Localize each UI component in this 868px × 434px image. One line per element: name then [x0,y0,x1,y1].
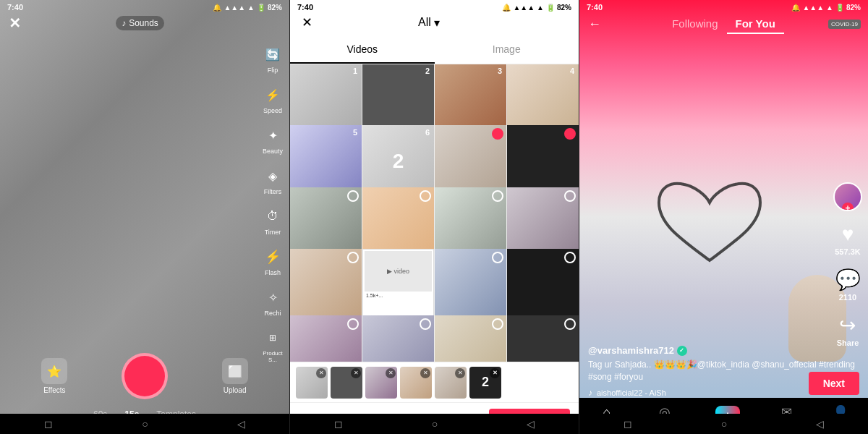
item-check[interactable] [564,190,576,202]
effects-button[interactable]: ⭐ Effects [41,358,67,394]
wifi-icon: ▲ [247,4,255,12]
gallery-item[interactable]: 5 [290,125,362,197]
gallery-tabs: Videos Image [290,36,579,64]
android-back-btn-g[interactable]: ◻ [334,418,343,430]
remove-thumb-btn[interactable]: ✕ [490,368,500,378]
remove-thumb-btn[interactable]: ✕ [316,368,326,378]
gallery-item[interactable] [435,249,506,320]
close-camera-button[interactable]: ✕ [9,14,21,32]
share-action[interactable]: ↪ Share [837,313,859,347]
android-recent-btn-t[interactable]: ◁ [816,418,824,430]
item-check[interactable] [492,190,503,202]
gallery-item[interactable] [435,187,506,259]
gallery-item[interactable]: 3 [435,64,506,135]
gallery-item[interactable]: 6 2 [362,125,434,197]
android-recent-btn-g[interactable]: ◁ [527,418,535,430]
android-nav-tiktok: ◻ ○ ◁ [579,414,868,434]
android-recent-btn[interactable]: ◁ [237,418,245,430]
rechi-tool[interactable]: ✧ Rechi [262,286,284,317]
close-gallery-button[interactable]: ✕ [302,14,312,30]
gallery-item[interactable] [290,249,362,320]
item-check[interactable] [347,190,359,202]
gallery-header: ✕ All ▾ [290,14,579,30]
speed-tool[interactable]: ⚡ Speed [262,84,284,114]
battery-icon: 🔋 [257,4,265,12]
item-check[interactable] [347,252,359,263]
selected-thumb[interactable]: ✕ [365,367,397,399]
gallery-item[interactable]: 4 [507,64,579,135]
flash-tool[interactable]: ⚡ Flash [262,246,284,276]
flip-label: Flip [268,67,278,74]
android-back-btn-t[interactable]: ◻ [624,418,632,430]
selected-thumb[interactable]: ✕ [296,367,328,399]
beauty-tool[interactable]: ✦ Beauty [262,124,284,155]
item-check[interactable] [564,128,576,140]
filters-icon: ◈ [262,165,284,187]
timer-tool[interactable]: ⏱ Timer [262,205,284,236]
gallery-item[interactable] [507,125,579,197]
creator-username[interactable]: @varshamishra712 ✓ [588,345,859,356]
item-check[interactable] [564,318,576,330]
battery-pct: 82% [268,4,282,12]
verified-icon: ✓ [677,346,687,356]
back-button-tiktok[interactable]: ← [588,17,601,32]
covid-badge[interactable]: COVID-19 [828,20,861,29]
android-back-btn[interactable]: ◻ [44,418,53,430]
timer-label: Timer [265,229,281,236]
item-check[interactable] [420,318,431,330]
gallery-item[interactable] [362,187,434,259]
beauty-label: Beauty [263,148,283,155]
remove-thumb-btn[interactable]: ✕ [351,368,361,378]
gallery-item[interactable] [435,125,506,197]
tab-videos[interactable]: Videos [290,36,435,64]
username-text: @varshamishra712 [588,345,674,356]
selected-thumb[interactable]: ✕ [400,367,432,399]
gallery-item[interactable]: 2 [362,64,434,135]
status-icons-gallery: 🔔 ▲▲▲ ▲ 🔋 82% [502,4,571,12]
item-check[interactable] [420,190,431,202]
gallery-title-dropdown[interactable]: All ▾ [418,16,440,30]
rechi-label: Rechi [264,310,281,317]
comment-count: 2110 [839,293,856,302]
like-action[interactable]: ♥ 557.3K [835,223,860,256]
item-check[interactable] [347,318,359,330]
item-check[interactable] [564,252,576,263]
item-check[interactable] [492,318,503,330]
item-check[interactable] [492,128,503,140]
tab-image[interactable]: Image [435,36,579,64]
flip-tool[interactable]: 🔄 Flip [262,43,284,74]
tab-for-you[interactable]: For You [727,14,784,34]
remove-thumb-btn[interactable]: ✕ [386,368,396,378]
selected-thumb[interactable]: ✕ [331,367,362,399]
selected-strip: ✕ ✕ ✕ ✕ ✕ 2 ✕ [290,362,579,402]
upload-button[interactable]: ⬜ Upload [222,358,248,394]
follow-plus-badge[interactable]: + [842,203,854,211]
heart-drawing-svg [652,174,767,275]
camera-screen: 7:40 🔔 ▲▲▲ ▲ 🔋 82% ✕ ♪ Sounds 🔄 Flip ⚡ S… [0,0,289,434]
selected-thumb[interactable]: ✕ [435,367,467,399]
comment-action[interactable]: 💬 2110 [835,268,861,302]
filters-tool[interactable]: ◈ Filters [262,165,284,195]
android-home-btn-t[interactable]: ○ [721,418,727,430]
android-home-btn-g[interactable]: ○ [432,418,438,430]
sounds-label: Sounds [129,18,158,28]
record-button[interactable] [122,353,168,399]
gallery-item[interactable] [290,187,362,259]
gallery-item[interactable] [507,187,579,259]
sounds-button[interactable]: ♪ Sounds [116,16,164,30]
battery-icon-g: 🔋 [546,4,555,12]
gallery-item[interactable] [507,249,579,320]
gallery-item[interactable]: 1 [290,64,362,135]
creator-avatar-action[interactable]: + [833,182,862,211]
item-check[interactable] [492,252,503,263]
battery-pct-t: 82% [846,4,861,12]
next-button[interactable]: Next [809,372,859,395]
selected-thumb[interactable]: 2 ✕ [469,367,501,399]
tab-following[interactable]: Following [663,14,726,34]
tab-image-label: Image [493,43,521,55]
android-home-btn[interactable]: ○ [142,418,148,430]
remove-thumb-btn[interactable]: ✕ [420,368,430,378]
gallery-item[interactable]: ▶ video 1.5k+... [362,249,434,320]
remove-thumb-btn[interactable]: ✕ [455,368,465,378]
speed-label: Speed [263,107,282,114]
